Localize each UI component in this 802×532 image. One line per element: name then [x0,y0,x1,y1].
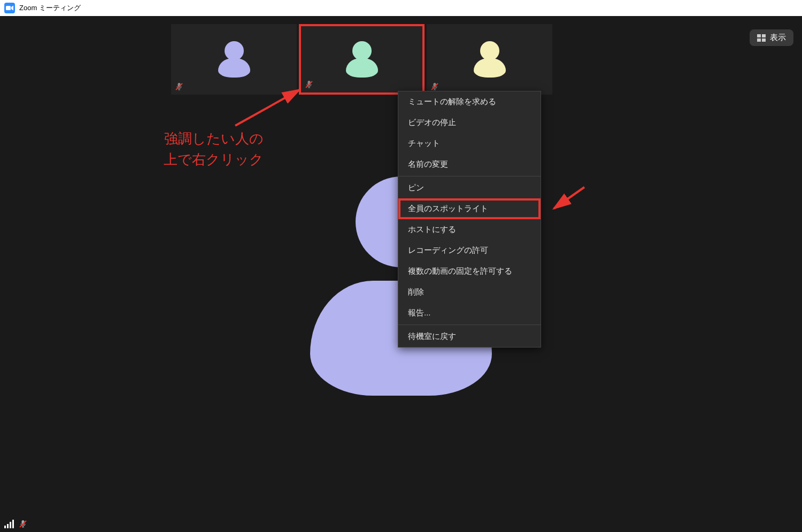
window-title: Zoom ミーティング [19,3,81,13]
svg-rect-0 [6,6,11,10]
svg-rect-11 [7,524,9,528]
participant-tile-2[interactable] [299,24,425,95]
menu-item-rename[interactable]: 名前の変更 [398,154,541,175]
menu-item-pin[interactable]: ピン [398,178,541,198]
menu-item-chat[interactable]: チャット [398,133,541,154]
svg-rect-6 [757,38,761,42]
menu-item-remove[interactable]: 削除 [398,282,541,303]
muted-mic-icon[interactable] [18,519,28,529]
participant-context-menu: ミュートの解除を求める ビデオの停止 チャット 名前の変更 ピン 全員のスポット… [398,91,541,348]
svg-rect-5 [762,34,766,37]
participant-tile-3[interactable] [427,24,552,95]
menu-item-make-host[interactable]: ホストにする [398,219,541,240]
svg-rect-7 [762,38,766,42]
menu-divider [398,325,541,325]
avatar-icon [218,41,250,78]
zoom-app-icon [4,3,15,13]
avatar-icon [474,41,506,78]
menu-divider [398,176,541,176]
svg-rect-12 [10,522,11,528]
menu-item-allow-multipin[interactable]: 複数の動画の固定を許可する [398,261,541,282]
muted-mic-icon [430,82,439,91]
view-mode-button[interactable]: 表示 [750,29,793,46]
avatar-icon [346,41,378,78]
annotation-line-1: 強調したい人の [164,130,264,147]
svg-rect-10 [4,526,6,528]
menu-item-request-unmute[interactable]: ミュートの解除を求める [398,91,541,112]
participant-tile-1[interactable] [171,24,297,95]
menu-item-report[interactable]: 報告... [398,303,541,323]
view-button-label: 表示 [770,33,786,43]
muted-mic-icon [304,80,314,89]
grid-view-icon [757,34,766,42]
window-titlebar: Zoom ミーティング [0,0,802,16]
annotation-line-2: 上で右クリック [164,151,264,167]
menu-item-allow-recording[interactable]: レコーディングの許可 [398,240,541,261]
menu-item-stop-video[interactable]: ビデオの停止 [398,112,541,133]
muted-mic-icon [174,82,184,91]
signal-strength-icon [4,520,14,528]
participant-gallery [171,24,552,95]
svg-rect-4 [757,34,761,37]
menu-item-spotlight-everyone[interactable]: 全員のスポットライト [398,198,541,219]
svg-rect-13 [12,520,14,528]
annotation-instruction: 強調したい人の 上で右クリック [164,128,264,170]
bottom-status-icons [4,519,28,529]
menu-item-return-waiting-room[interactable]: 待機室に戻す [398,326,541,347]
